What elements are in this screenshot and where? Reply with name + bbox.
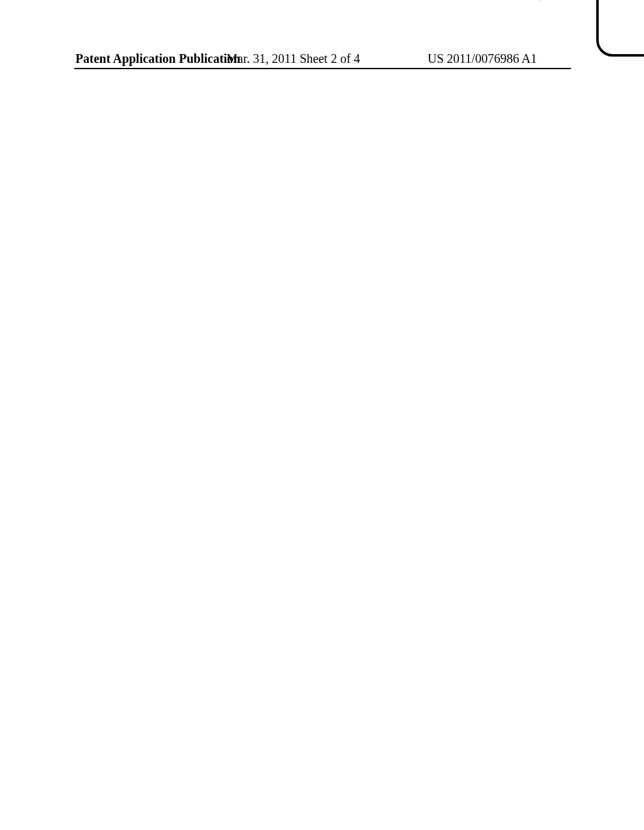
header-pub: Patent Application Publication [75,52,240,66]
figure-2: 200 FIG. 2 WIRELESS MOBILE DEVICE 102 SE… [514,0,644,94]
header-date: Mar. 31, 2011 Sheet 2 of 4 [226,52,360,66]
connectors-svg [514,0,644,94]
header-rule [74,68,571,69]
